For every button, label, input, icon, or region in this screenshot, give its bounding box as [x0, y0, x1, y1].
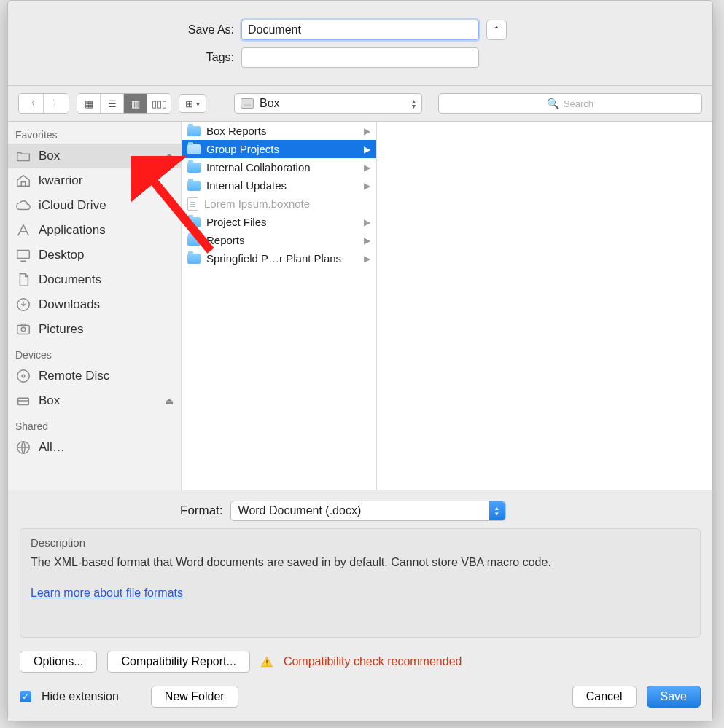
location-label: Box: [260, 97, 280, 110]
sidebar-item-label: Box: [39, 394, 60, 408]
sidebar-item-label: iCloud Drive: [39, 198, 106, 213]
sidebar-item-label: Remote Disc: [39, 369, 109, 383]
view-icon-button[interactable]: ▦: [77, 94, 101, 113]
sidebar-item-pictures[interactable]: Pictures: [8, 317, 181, 342]
pictures-icon: [15, 321, 31, 337]
format-select[interactable]: Word Document (.docx) ▴▾: [230, 501, 506, 521]
columns-icon: ▥: [131, 98, 140, 109]
sidebar-item-box[interactable]: Box ⏏: [8, 144, 181, 168]
sidebar-item-downloads[interactable]: Downloads: [8, 292, 181, 317]
sidebar-header-shared: Shared: [8, 413, 181, 435]
sidebar-item-all[interactable]: All…: [8, 435, 181, 460]
documents-icon: [15, 272, 31, 288]
forward-button[interactable]: 〉: [44, 94, 69, 113]
format-value: Word Document (.docx): [238, 504, 362, 517]
svg-rect-7: [18, 398, 29, 404]
arrange-icon: ⊞: [185, 98, 193, 109]
cancel-button[interactable]: Cancel: [572, 686, 637, 708]
column-item[interactable]: Box Reports▶: [182, 122, 376, 140]
column-2: [377, 122, 712, 490]
chevron-right-icon: ▶: [364, 254, 370, 264]
drive-icon: [15, 393, 31, 409]
view-segment: ▦ ☰ ▥ ▯▯▯: [77, 93, 171, 114]
learn-more-link[interactable]: Learn more about file formats: [31, 587, 183, 599]
collapse-toggle[interactable]: ⌃: [486, 20, 507, 40]
column-item[interactable]: Internal Collaboration▶: [182, 158, 376, 176]
sidebar-item-label: Box: [39, 149, 60, 163]
description-text: The XML-based format that Word documents…: [31, 555, 690, 571]
search-input[interactable]: 🔍 Search: [438, 93, 702, 114]
sidebar-item-label: Pictures: [39, 322, 83, 337]
chevron-right-icon: ▶: [364, 181, 370, 191]
sidebar-item-label: Downloads: [39, 297, 100, 312]
column-item[interactable]: Reports▶: [182, 231, 376, 249]
sidebar-header-devices: Devices: [8, 342, 181, 364]
chevron-right-icon: ▶: [364, 144, 370, 154]
options-button[interactable]: Options...: [20, 651, 97, 673]
save-button[interactable]: Save: [647, 686, 701, 708]
view-coverflow-button[interactable]: ▯▯▯: [147, 94, 171, 113]
column-item-label: Internal Collaboration: [206, 161, 311, 173]
save-header: Save As: ⌃ Tags:: [8, 1, 712, 85]
hide-extension-label: Hide extension: [42, 690, 119, 703]
sidebar-item-applications[interactable]: Applications: [8, 218, 181, 243]
folder-icon: [187, 163, 201, 173]
network-icon: [15, 439, 31, 455]
view-list-button[interactable]: ☰: [101, 94, 124, 113]
home-icon: [15, 173, 31, 189]
new-folder-button[interactable]: New Folder: [151, 686, 238, 708]
chevron-right-icon: ▶: [364, 126, 370, 136]
sidebar-item-desktop[interactable]: Desktop: [8, 243, 181, 267]
sidebar-item-home[interactable]: kwarrior: [8, 168, 181, 193]
updown-icon: ▴▾: [489, 501, 505, 520]
sidebar-item-icloud[interactable]: iCloud Drive: [8, 193, 181, 218]
location-select[interactable]: Box ▴▾: [234, 93, 422, 114]
folder-icon: [187, 126, 201, 136]
sidebar-item-documents[interactable]: Documents: [8, 267, 181, 292]
sidebar-item-label: All…: [39, 440, 65, 455]
view-column-button[interactable]: ▥: [124, 94, 147, 113]
chevron-left-icon: 〈: [26, 97, 36, 110]
search-icon: 🔍: [547, 98, 559, 109]
svg-rect-0: [17, 251, 30, 259]
column-1: Box Reports▶Group Projects▶Internal Coll…: [182, 122, 377, 490]
column-item-label: Internal Updates: [206, 179, 287, 192]
back-button[interactable]: 〈: [19, 94, 44, 113]
nav-segment: 〈 〉: [18, 93, 69, 114]
save-as-label: Save As:: [23, 23, 241, 36]
column-item[interactable]: Springfield P…r Plant Plans▶: [182, 249, 376, 267]
eject-icon[interactable]: ⏏: [165, 396, 174, 407]
column-item-label: Box Reports: [206, 125, 267, 137]
chevron-right-icon: 〉: [52, 97, 61, 110]
svg-point-5: [17, 370, 30, 383]
column-item[interactable]: Group Projects▶: [182, 140, 376, 158]
folder-icon: [187, 144, 201, 154]
compatibility-warning: Compatibility check recommended: [284, 655, 462, 668]
search-placeholder: Search: [564, 98, 593, 109]
svg-point-6: [22, 375, 25, 377]
browser-toolbar: 〈 〉 ▦ ☰ ▥ ▯▯▯ ⊞ ▾ Box ▴▾ 🔍 Search: [8, 86, 712, 121]
column-item[interactable]: Project Files▶: [182, 213, 376, 231]
compatibility-report-button[interactable]: Compatibility Report...: [107, 651, 249, 673]
tags-input[interactable]: [241, 47, 479, 68]
sidebar-header-favorites: Favorites: [8, 122, 181, 144]
tags-label: Tags:: [23, 51, 241, 64]
chevron-right-icon: ▶: [364, 235, 370, 246]
sidebar-item-remote-disc[interactable]: Remote Disc: [8, 364, 181, 388]
grid-icon: ▦: [85, 98, 93, 109]
folder-icon: [187, 235, 201, 246]
desktop-icon: [15, 247, 31, 263]
arrange-button[interactable]: ⊞ ▾: [179, 94, 206, 113]
column-item[interactable]: Lorem Ipsum.boxnote: [182, 195, 376, 213]
sidebar-item-label: Desktop: [39, 248, 84, 262]
description-title: Description: [31, 536, 690, 549]
sidebar-item-box-device[interactable]: Box ⏏: [8, 388, 181, 413]
svg-rect-10: [266, 665, 268, 666]
save-as-input[interactable]: [241, 20, 479, 40]
folder-icon: [187, 254, 201, 264]
svg-point-3: [21, 327, 26, 332]
eject-icon[interactable]: ⏏: [165, 151, 174, 162]
hide-extension-checkbox[interactable]: ✓: [20, 691, 31, 702]
warning-icon: [260, 655, 273, 668]
column-item[interactable]: Internal Updates▶: [182, 176, 376, 195]
